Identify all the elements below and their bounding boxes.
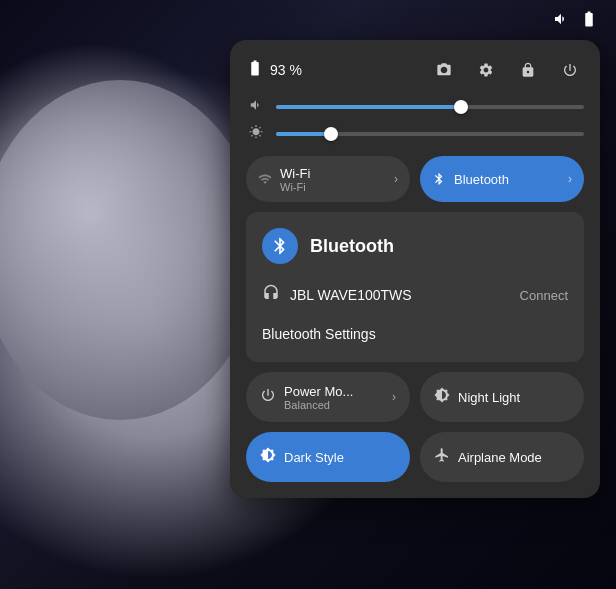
volume-slider-row [246, 98, 584, 115]
bluetooth-panel-title: Bluetooth [310, 236, 394, 257]
battery-info: 93 % [246, 59, 302, 81]
airplane-mode-tile[interactable]: Airplane Mode [420, 432, 584, 482]
power-mode-label: Power Mo... [284, 384, 384, 399]
brightness-slider-thumb [324, 127, 338, 141]
night-light-label: Night Light [458, 390, 520, 405]
volume-slider-track[interactable] [276, 105, 584, 109]
bottom-quick-tiles-row: Power Mo... Balanced › Night Light [246, 372, 584, 422]
bluetooth-device-row: JBL WAVE100TWS Connect [262, 280, 568, 310]
power-icon[interactable] [556, 56, 584, 84]
power-mode-sublabel: Balanced [284, 399, 384, 411]
bluetooth-circle-icon [262, 228, 298, 264]
wifi-icon [258, 172, 272, 186]
airplane-mode-label: Airplane Mode [458, 450, 542, 465]
bottom-quick-tiles-row-2: Dark Style Airplane Mode [246, 432, 584, 482]
bluetooth-toggle[interactable]: Bluetooth › [420, 156, 584, 202]
battery-topbar-icon[interactable] [578, 8, 600, 30]
night-light-tile[interactable]: Night Light [420, 372, 584, 422]
brightness-slider-fill [276, 132, 331, 136]
volume-topbar-icon[interactable] [550, 8, 572, 30]
volume-slider-thumb [454, 100, 468, 114]
brightness-slider-row [246, 125, 584, 142]
bluetooth-device-left: JBL WAVE100TWS [262, 284, 412, 306]
device-name-label: JBL WAVE100TWS [290, 287, 412, 303]
status-icons [430, 56, 584, 84]
night-light-icon [434, 387, 450, 407]
settings-icon[interactable] [472, 56, 500, 84]
volume-slider-icon [246, 98, 266, 115]
brightness-slider-track[interactable] [276, 132, 584, 136]
bluetooth-header: Bluetooth [262, 228, 568, 264]
dark-style-icon [260, 447, 276, 467]
bluetooth-toggle-icon [432, 172, 446, 186]
bluetooth-chevron: › [568, 172, 572, 186]
screenshot-icon[interactable] [430, 56, 458, 84]
battery-percent-label: 93 % [270, 62, 302, 78]
lock-icon[interactable] [514, 56, 542, 84]
brightness-slider-icon [246, 125, 266, 142]
headphone-icon [262, 284, 280, 306]
power-mode-text: Power Mo... Balanced [284, 384, 384, 411]
quick-settings-panel: 93 % [230, 40, 600, 498]
wifi-bluetooth-row: Wi-Fi Wi-Fi › Bluetooth › [246, 156, 584, 202]
power-mode-icon [260, 387, 276, 407]
dark-style-label: Dark Style [284, 450, 344, 465]
status-bar: 93 % [246, 56, 584, 84]
bluetooth-settings-link[interactable]: Bluetooth Settings [262, 322, 568, 346]
battery-icon [246, 59, 264, 81]
wifi-chevron: › [394, 172, 398, 186]
airplane-mode-icon [434, 447, 450, 467]
wifi-toggle[interactable]: Wi-Fi Wi-Fi › [246, 156, 410, 202]
power-mode-tile[interactable]: Power Mo... Balanced › [246, 372, 410, 422]
volume-slider-fill [276, 105, 461, 109]
dark-style-tile[interactable]: Dark Style [246, 432, 410, 482]
connect-button[interactable]: Connect [520, 288, 568, 303]
power-mode-chevron: › [392, 390, 396, 404]
wifi-label: Wi-Fi [280, 166, 394, 181]
topbar [550, 8, 600, 30]
wifi-sublabel: Wi-Fi [280, 181, 394, 193]
bluetooth-expanded-panel: Bluetooth JBL WAVE100TWS Connect Bluetoo… [246, 212, 584, 362]
bluetooth-toggle-label: Bluetooth [454, 172, 568, 187]
